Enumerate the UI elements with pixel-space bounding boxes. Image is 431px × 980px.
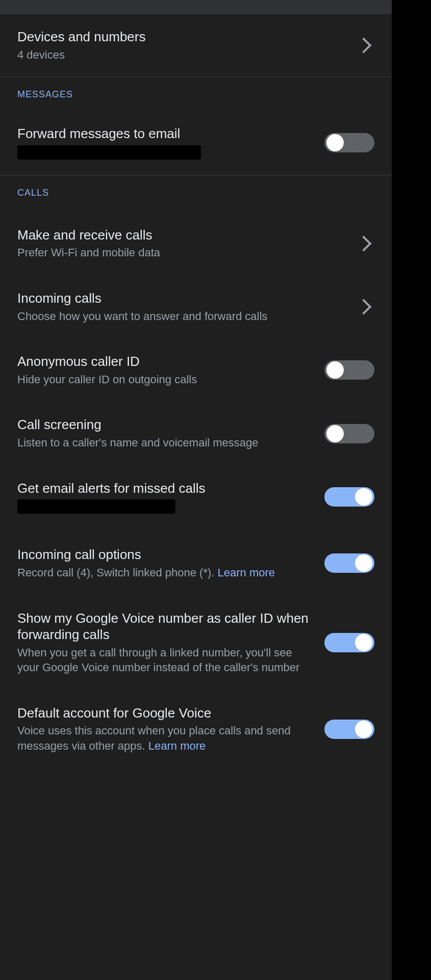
email-alerts-toggle[interactable] bbox=[324, 487, 374, 507]
devices-sub: 4 devices bbox=[17, 47, 348, 63]
caller-id-sub: When you get a call through a linked num… bbox=[17, 645, 314, 675]
make-receive-calls-row[interactable]: Make and receive calls Prefer Wi-Fi and … bbox=[0, 203, 392, 273]
screening-title: Call screening bbox=[17, 416, 314, 433]
caller-id-forwarding-row[interactable]: Show my Google Voice number as caller ID… bbox=[0, 593, 392, 687]
default-acct-sub: Voice uses this account when you place c… bbox=[17, 723, 314, 753]
learn-more-link[interactable]: Learn more bbox=[148, 739, 206, 752]
options-sub: Record call (4), Switch linked phone (*)… bbox=[17, 565, 314, 580]
devices-numbers-row[interactable]: Devices and numbers 4 devices bbox=[0, 14, 392, 76]
redacted-email bbox=[17, 145, 201, 160]
redacted-email bbox=[17, 499, 175, 514]
devices-title: Devices and numbers bbox=[17, 29, 348, 45]
call-screening-toggle[interactable] bbox=[324, 424, 374, 443]
forward-messages-row[interactable]: Forward messages to email bbox=[0, 105, 392, 175]
default-acct-title: Default account for Google Voice bbox=[17, 705, 314, 722]
anonymous-caller-id-toggle[interactable] bbox=[324, 360, 374, 380]
incoming-calls-sub: Choose how you want to answer and forwar… bbox=[17, 309, 348, 324]
section-header-calls: CALLS bbox=[0, 175, 392, 203]
email-alerts-sub bbox=[17, 498, 314, 514]
screening-sub: Listen to a caller's name and voicemail … bbox=[17, 435, 314, 451]
caller-id-title: Show my Google Voice number as caller ID… bbox=[17, 610, 314, 643]
anon-title: Anonymous caller ID bbox=[17, 353, 314, 370]
anonymous-caller-id-row[interactable]: Anonymous caller ID Hide your caller ID … bbox=[0, 336, 392, 399]
incoming-calls-title: Incoming calls bbox=[17, 290, 348, 307]
email-alerts-row[interactable]: Get email alerts for missed calls bbox=[0, 463, 392, 529]
make-calls-sub: Prefer Wi-Fi and mobile data bbox=[17, 245, 348, 260]
section-header-messages: MESSAGES bbox=[0, 77, 392, 105]
forward-messages-toggle[interactable] bbox=[324, 133, 374, 152]
default-account-toggle[interactable] bbox=[324, 720, 374, 739]
options-sub-text: Record call (4), Switch linked phone (*)… bbox=[17, 566, 218, 579]
incoming-call-options-row[interactable]: Incoming call options Record call (4), S… bbox=[0, 529, 392, 592]
make-calls-title: Make and receive calls bbox=[17, 227, 348, 244]
default-account-row[interactable]: Default account for Google Voice Voice u… bbox=[0, 687, 392, 754]
top-bar bbox=[0, 0, 392, 14]
forward-messages-sub bbox=[17, 144, 314, 160]
incoming-calls-row[interactable]: Incoming calls Choose how you want to an… bbox=[0, 273, 392, 336]
chevron-right-icon bbox=[356, 235, 371, 251]
forward-messages-title: Forward messages to email bbox=[17, 125, 314, 142]
chevron-right-icon bbox=[356, 299, 371, 315]
email-alerts-title: Get email alerts for missed calls bbox=[17, 480, 314, 497]
learn-more-link[interactable]: Learn more bbox=[218, 566, 275, 579]
caller-id-forwarding-toggle[interactable] bbox=[324, 633, 374, 652]
options-title: Incoming call options bbox=[17, 546, 314, 563]
anon-sub: Hide your caller ID on outgoing calls bbox=[17, 372, 314, 387]
call-screening-row[interactable]: Call screening Listen to a caller's name… bbox=[0, 399, 392, 462]
chevron-right-icon bbox=[356, 38, 371, 54]
incoming-call-options-toggle[interactable] bbox=[324, 553, 374, 573]
